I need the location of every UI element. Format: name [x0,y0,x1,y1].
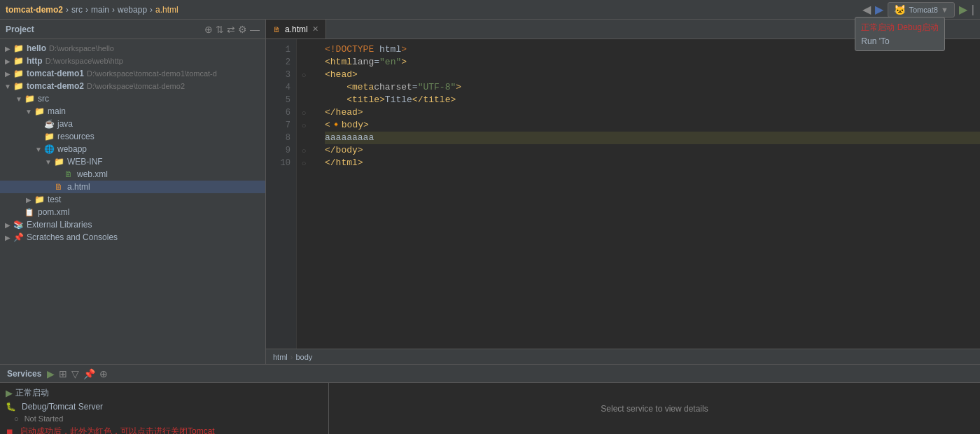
sidebar: Project ⊕ ⇅ ⇄ ⚙ — ▶ 📁 hello D:\workspace… [0,20,266,364]
xml-icon: 🗎 [63,169,74,180]
main-layout: Project ⊕ ⇅ ⇄ ⚙ — ▶ 📁 hello D:\workspace… [0,20,980,364]
svc-add-action[interactable]: ⊕ [99,368,108,379]
sidebar-action-add[interactable]: ⊕ [204,24,213,35]
tab-label-ahtml: a.html [285,24,308,34]
tree-arrow-demo1: ▶ [3,70,13,78]
svc-filter-action[interactable]: ▽ [71,368,79,379]
tab-close-ahtml[interactable]: ✕ [312,24,318,34]
sidebar-action-minimize[interactable]: — [250,24,260,35]
svc-pin-action[interactable]: 📌 [83,368,95,379]
tree-item-webxml[interactable]: 🗎 web.xml [0,168,265,181]
footer-html[interactable]: html [273,353,288,361]
tree-item-src[interactable]: ▼ 📁 src [0,92,265,105]
gutter: ○ ○ ○ ○ ○ [297,39,311,349]
sidebar-action-expand[interactable]: ⇅ [216,24,224,35]
tree-item-tomcat-demo2[interactable]: ▼ 📁 tomcat-demo2 D:\workspace\tomcat-dem… [0,80,265,92]
tree-label-webxml: web.xml [77,169,108,179]
tree-item-test[interactable]: ▶ 📁 test [0,193,265,206]
tree-item-pom[interactable]: 📋 pom.xml [0,206,265,218]
src-icon: 📁 [24,93,35,104]
tree-item-hello[interactable]: ▶ 📁 hello D:\workspace\hello [0,42,265,55]
tree-label-test: test [48,195,61,204]
tree-path-demo1: D:\workspace\tomcat-demo1\tomcat-d [87,69,217,78]
breadcrumb-project[interactable]: tomcat-demo2 [6,5,63,15]
sidebar-actions: ⊕ ⇅ ⇄ ⚙ — [204,24,260,35]
svc-label-debug: Debug/Tomcat Server [22,402,103,412]
breadcrumb-sep3: › [112,5,115,15]
tree-arrow-http: ▶ [3,57,13,65]
tree-arrow-pom [14,209,24,216]
tree-arrow-scratches: ▶ [3,234,13,241]
run-config-selector[interactable]: 🐱 Tomcat8 ▼ [888,2,954,18]
tomcat-icon: 🐱 [894,4,906,15]
tree-item-scratches[interactable]: ▶ 📌 Scratches and Consoles [0,231,265,244]
tree-label-pom: pom.xml [38,207,69,217]
java-icon: ☕ [43,118,55,130]
services-right-text: Select service to view details [601,404,708,414]
shutdown-msg[interactable]: 启动成功后，此外为红色，可以点击进行关闭Tomcat [20,426,215,434]
code-line-10: </html> [325,157,980,169]
tree-item-resources[interactable]: 📁 resources [0,130,265,143]
svc-label-run: 正常启动 [15,387,49,399]
run-tooltip: 正常启动 Debug启动 Run 'To [855,17,945,51]
tree-path-hello: D:\workspace\hello [49,44,114,52]
services-actions: ▶ ⊞ ▽ 📌 ⊕ [47,368,108,379]
run-button[interactable]: ▶ [959,3,967,16]
tooltip-run-to[interactable]: Run 'To [861,35,939,48]
tree-item-tomcat-demo1[interactable]: ▶ 📁 tomcat-demo1 D:\workspace\tomcat-dem… [0,67,265,80]
svc-item-debug[interactable]: 🐛 Debug/Tomcat Server [0,400,328,413]
breadcrumb-sep4: › [150,5,153,15]
tree-item-main[interactable]: ▼ 📁 main [0,105,265,118]
sidebar-action-collapse[interactable]: ⇄ [227,24,235,35]
tree-label-java: java [57,119,73,129]
svc-item-shutdown[interactable]: ⏹ 启动成功后，此外为红色，可以点击进行关闭Tomcat [0,424,328,434]
tree-label-webapp: webapp [57,144,87,154]
tree-item-webapp[interactable]: ▼ 🌐 webapp [0,143,265,155]
folder-icon-webinf: 📁 [53,156,64,167]
sidebar-header: Project ⊕ ⇅ ⇄ ⚙ — [0,20,265,39]
tree-item-http[interactable]: ▶ 📁 http D:\workspace\web\http [0,55,265,67]
code-line-3: <head> [325,69,980,81]
tree-path-http: D:\workspace\web\http [46,57,123,65]
svc-item-not-started: ○ Not Started [0,413,328,424]
nav-back-icon[interactable]: ◀ [862,3,871,16]
code-line-2: <html lang="en"> [325,56,980,69]
tree-item-webinf[interactable]: ▼ 📁 WEB-INF [0,155,265,168]
tree-label-scratches: Scratches and Consoles [27,232,118,242]
tooltip-normal-run[interactable]: 正常启动 Debug启动 [861,20,939,35]
breadcrumb-webapp[interactable]: webapp [118,5,147,15]
services-body: ▶ 正常启动 🐛 Debug/Tomcat Server ○ Not Start… [0,383,980,434]
breadcrumb-main[interactable]: main [91,5,109,15]
tree-item-ahtml[interactable]: 🗎 a.html [0,181,265,193]
tree-arrow-src: ▼ [14,95,24,103]
debug-cursor-icon: | [972,4,974,16]
footer-body[interactable]: body [295,353,312,361]
scratches-icon: 📌 [13,232,24,243]
folder-icon-test: 📁 [34,194,45,205]
sidebar-tree: ▶ 📁 hello D:\workspace\hello ▶ 📁 http D:… [0,39,265,364]
svc-run-action[interactable]: ▶ [47,368,55,379]
tree-item-java[interactable]: ☕ java [0,118,265,130]
line-numbers: 1 2 3 4 5 6 7 8 9 10 [266,39,297,349]
services-tree: ▶ 正常启动 🐛 Debug/Tomcat Server ○ Not Start… [0,383,329,434]
tree-label-http: http [27,56,43,66]
editor-tab-ahtml[interactable]: 🗎 a.html ✕ [266,20,326,38]
tree-arrow-test: ▶ [24,196,34,204]
top-bar: tomcat-demo2 › src › main › webapp › a.h… [0,0,980,20]
sidebar-action-settings[interactable]: ⚙ [238,24,247,35]
tree-path-demo2: D:\workspace\tomcat-demo2 [87,82,185,90]
svc-item-run[interactable]: ▶ 正常启动 [0,386,328,400]
tree-item-ext-libs[interactable]: ▶ 📚 External Libraries [0,218,265,231]
breadcrumb-src[interactable]: src [71,5,83,15]
svc-group-action[interactable]: ⊞ [59,368,67,379]
tree-label-ext-libs: External Libraries [27,220,92,230]
tree-label-ahtml: a.html [67,182,90,192]
code-editor[interactable]: <!DOCTYPE html> <html lang="en"> <head> … [311,39,980,349]
tree-label-main: main [48,106,66,116]
run-config-dropdown-icon[interactable]: ▼ [941,6,948,14]
breadcrumb-file[interactable]: a.html [155,5,178,15]
shutdown-icon: ⏹ [6,427,14,435]
nav-forward-icon[interactable]: ▶ [875,3,883,16]
svc-not-started-label: Not Started [24,414,64,423]
folder-icon-demo2: 📁 [13,80,24,92]
